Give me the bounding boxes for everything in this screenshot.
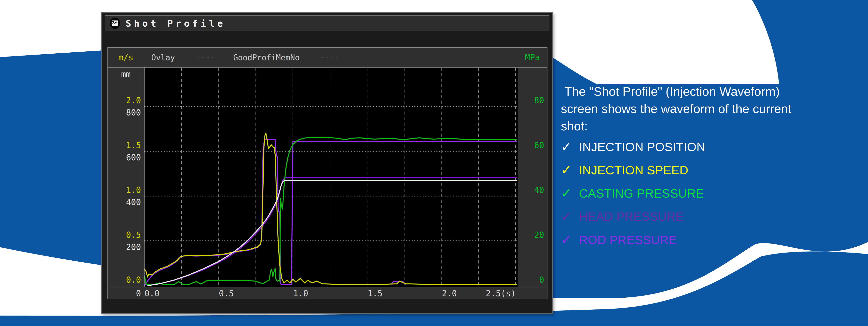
chart-header-cell: Ovlay ---- GoodProfiMemNo ---- xyxy=(144,48,518,67)
pressure-unit-cell: MPa xyxy=(518,48,547,67)
checklist-item: ✓INJECTION SPEED xyxy=(561,162,794,186)
checklist-item: ✓INJECTION POSITION xyxy=(561,139,794,162)
check-icon: ✓ xyxy=(561,209,579,224)
check-icon: ✓ xyxy=(561,186,579,201)
check-icon: ✓ xyxy=(561,139,579,154)
pressure-tick: 80 xyxy=(534,96,544,105)
speed-tick: 0.5 xyxy=(126,231,141,239)
series-rod_pressure xyxy=(145,139,517,286)
x-axis-zero-label: 0 xyxy=(136,289,141,298)
right-axis: 806040200 xyxy=(518,67,547,287)
x-tick: 2.5(s) xyxy=(486,289,516,298)
memno-label: GoodProfiMemNo xyxy=(233,53,300,62)
pressure-tick: 20 xyxy=(534,231,544,239)
checklist-item-label: INJECTION SPEED xyxy=(579,163,688,177)
speed-unit-label: m/s xyxy=(108,53,144,62)
memno-value: ---- xyxy=(320,53,339,62)
x-tick: 1.5 xyxy=(368,289,383,298)
left-axis: mm 2.01.51.00.50.0800600400200 xyxy=(108,67,144,287)
checklist-item-label: CASTING PRESSURE xyxy=(579,186,704,200)
x-tick: 0.5 xyxy=(219,289,234,298)
waveform-doc-icon xyxy=(110,17,120,29)
waveform-plot xyxy=(144,67,518,287)
window-title: Shot Profile xyxy=(126,18,226,29)
x-axis-right-cell xyxy=(518,287,547,299)
annotation-paragraph: The "Shot Profile" (Injection Waveform) … xyxy=(561,83,794,135)
check-icon: ✓ xyxy=(561,162,579,177)
shot-profile-window: Shot Profile m/s Ovlay ---- GoodProfiMem… xyxy=(101,12,553,314)
pressure-tick: 60 xyxy=(534,141,544,150)
x-tick: 0.0 xyxy=(145,289,159,298)
slide: Shot Profile m/s Ovlay ---- GoodProfiMem… xyxy=(0,0,868,326)
window-titlebar: Shot Profile xyxy=(105,15,550,31)
position-tick: 400 xyxy=(126,198,141,206)
x-axis-zero-cell: 0 xyxy=(108,287,144,299)
pressure-unit-label: MPa xyxy=(518,53,547,62)
x-axis: 0.00.51.01.52.02.5(s) xyxy=(144,287,518,299)
position-tick: 800 xyxy=(126,108,141,117)
overlay-label: Ovlay xyxy=(151,53,175,62)
position-tick: 200 xyxy=(126,243,141,251)
checklist-item: ✓CASTING PRESSURE xyxy=(561,186,794,209)
chart-frame: m/s Ovlay ---- GoodProfiMemNo ---- MPa m… xyxy=(107,47,548,299)
x-tick: 2.0 xyxy=(442,289,457,298)
white-swoosh-top xyxy=(552,0,779,84)
speed-tick: 0.0 xyxy=(126,276,141,284)
speed-tick: 1.5 xyxy=(126,141,141,150)
position-tick: 600 xyxy=(126,154,141,162)
overlay-value: ---- xyxy=(196,53,215,62)
checklist-item-label: HEAD PRESSURE xyxy=(579,209,684,224)
checklist-item: ✓ROD PRESSURE xyxy=(561,232,794,255)
annotation-block: The "Shot Profile" (Injection Waveform) … xyxy=(561,83,794,255)
series-injection_speed xyxy=(145,133,517,285)
speed-unit-cell: m/s xyxy=(108,48,144,67)
checklist-item-label: ROD PRESSURE xyxy=(579,233,677,247)
annotation-checklist: ✓INJECTION POSITION✓INJECTION SPEED✓CAST… xyxy=(561,139,794,255)
checklist-item: ✓HEAD PRESSURE xyxy=(561,209,794,232)
speed-tick: 1.0 xyxy=(126,186,141,194)
checklist-item-label: INJECTION POSITION xyxy=(579,140,705,154)
pressure-tick: 40 xyxy=(534,186,544,194)
check-icon: ✓ xyxy=(561,232,579,247)
pressure-tick: 0 xyxy=(539,276,544,284)
series-casting_pressure xyxy=(145,137,517,285)
speed-tick: 2.0 xyxy=(126,96,141,105)
position-unit-label: mm xyxy=(108,69,144,78)
x-tick: 1.0 xyxy=(293,289,308,298)
